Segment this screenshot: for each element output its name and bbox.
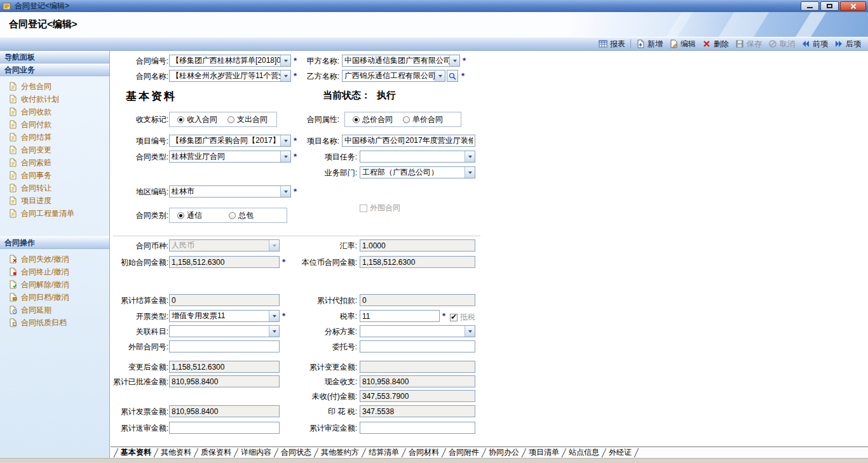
- edit-button[interactable]: 编辑: [666, 37, 699, 50]
- row-changed-amount: 变更后金额: 累计变更金额:: [111, 361, 868, 373]
- save-button: 保存: [732, 37, 765, 50]
- close-button[interactable]: [840, 1, 866, 11]
- sidebar-item-boq-list[interactable]: 合同工程量清单: [0, 207, 109, 220]
- minimize-button[interactable]: [801, 1, 819, 11]
- sidebar-item-contract-payment[interactable]: 合同付款: [0, 118, 109, 131]
- bid-plan-label: 分标方案:: [269, 325, 357, 338]
- party-a-combo[interactable]: 中国移动通信集团广西有限公司桂: [342, 55, 460, 67]
- header-decoration: [569, 12, 868, 37]
- sidebar-item-contract-archive[interactable]: 合同归档/撤消: [0, 291, 109, 304]
- sidebar-item-contract-settlement[interactable]: 合同结算: [0, 131, 109, 144]
- chevron-down-icon[interactable]: [435, 70, 445, 81]
- tab-project-list[interactable]: 项目清单: [524, 447, 564, 458]
- audit-amount-label: 累计审定金额:: [269, 422, 357, 434]
- current-status: 当前状态： 执行: [323, 90, 396, 102]
- row-dept: 业务部门: 工程部（广西总公司）: [111, 166, 868, 179]
- tab-collaboration[interactable]: 协同办公: [484, 447, 524, 458]
- document-clock-icon: [9, 305, 17, 314]
- income-contract-radio[interactable]: 收入合同: [177, 114, 217, 125]
- general-contract-radio[interactable]: 总包: [229, 210, 254, 221]
- row-type-task: 合同类型: 桂林营业厅合同 * 项目任务:: [111, 151, 868, 163]
- invoice-type-combo[interactable]: 增值专用发票11: [169, 310, 280, 322]
- tab-other-signers[interactable]: 其他签约方: [316, 447, 363, 458]
- sidebar-item-project-progress[interactable]: 项目进度: [0, 194, 109, 207]
- sidebar-item-contract-change[interactable]: 合同变更: [0, 144, 109, 156]
- chevron-down-icon[interactable]: [465, 167, 475, 178]
- sidebar-item-contract-affairs[interactable]: 合同事务: [0, 169, 109, 182]
- tab-warranty-info[interactable]: 质保资料: [196, 447, 236, 458]
- chevron-down-icon[interactable]: [280, 186, 290, 197]
- base-amount-label: 本位币合同金额:: [269, 256, 357, 269]
- previous-item-button[interactable]: 前项: [798, 37, 831, 50]
- sidebar-item-contract-delay[interactable]: 合同延期: [0, 304, 109, 316]
- document-cancel-icon: [9, 255, 17, 264]
- party-b-search-button[interactable]: [447, 70, 458, 82]
- delete-button[interactable]: 删除: [699, 37, 732, 50]
- tab-foreign-cert[interactable]: 外经证: [604, 447, 636, 458]
- tab-basic-info[interactable]: 基本资料: [116, 447, 156, 458]
- report-icon: [599, 39, 607, 48]
- related-subject-label: 关联科目:: [105, 325, 168, 338]
- chevron-down-icon[interactable]: [465, 151, 475, 162]
- row-inout-attr: 收支标记: 收入合同 支出合同 合同属性: 总价合同 单价合同: [111, 112, 868, 127]
- expense-contract-radio[interactable]: 支出合同: [227, 114, 268, 125]
- close-icon: [850, 3, 856, 9]
- change-sum-label: 累计变更金额:: [269, 361, 357, 373]
- bid-plan-combo[interactable]: [360, 325, 475, 337]
- app-icon: [3, 2, 11, 11]
- party-b-combo[interactable]: 广西锦乐通信工程有限公司: [342, 70, 445, 82]
- review-amount-input[interactable]: [169, 422, 280, 434]
- project-name-input[interactable]: [342, 135, 475, 147]
- row-external-entrust: 外部合同号: 委托号:: [111, 340, 868, 353]
- sidebar-item-contract-receipt[interactable]: 合同收款: [0, 105, 109, 118]
- tab-contract-status[interactable]: 合同状态: [276, 447, 316, 458]
- sidebar-item-contract-terminate[interactable]: 合同终止/撤消: [0, 265, 109, 278]
- row-contract-name: 合同名称: 【桂林全州永岁营业厅等11个营业厅装修 * 乙方名称: 广西锦乐通信…: [111, 70, 868, 83]
- inout-groupbox: 收入合同 支出合同: [169, 112, 277, 127]
- tab-contract-materials[interactable]: 合同材料: [404, 447, 444, 458]
- tax-rate-input[interactable]: [360, 310, 440, 322]
- chevron-down-icon[interactable]: [449, 55, 459, 66]
- attr-groupbox: 总价合同 单价合同: [344, 112, 461, 127]
- tax-deduct-checkbox[interactable]: [450, 314, 458, 321]
- add-button[interactable]: 新增: [633, 37, 666, 50]
- telecom-radio[interactable]: 通信: [177, 210, 202, 221]
- party-a-label: 甲方名称:: [269, 55, 339, 67]
- sidebar-item-contract-claim[interactable]: 合同索赔: [0, 156, 109, 169]
- sidebar: 导航面板 合同业务 分包合同 收付款计划 合同收款 合同付款 合同结算: [0, 51, 110, 458]
- tab-settlement-list[interactable]: 结算清单: [364, 447, 403, 458]
- report-button[interactable]: 报表: [595, 37, 628, 50]
- sidebar-item-payment-plan[interactable]: 收付款计划: [0, 93, 109, 105]
- entrust-no-input[interactable]: [360, 340, 475, 352]
- next-item-button[interactable]: 后项: [831, 37, 864, 50]
- row-region: 地区编码: 桂林市 *: [111, 185, 868, 198]
- sidebar-item-subcontract[interactable]: 分包合同: [0, 80, 109, 93]
- sidebar-item-contract-invalidate[interactable]: 合同失效/撤消: [0, 253, 109, 265]
- project-task-combo[interactable]: [360, 151, 475, 163]
- contract-class-label: 合同类别:: [105, 208, 168, 223]
- row-contract-no: 合同编号: 【移集团广西桂林结算单[2018]0614号】 * 甲方名称: 中国…: [111, 55, 868, 67]
- tab-contract-attachments[interactable]: 合同附件: [444, 447, 484, 458]
- required-marker: *: [461, 70, 465, 83]
- region-label: 地区编码:: [105, 185, 168, 198]
- audit-amount-input[interactable]: [360, 422, 475, 434]
- app-window: 合同登记<编辑> 合同登记<编辑> 报表 新增: [0, 0, 868, 463]
- dept-combo[interactable]: 工程部（广西总公司）: [360, 166, 475, 178]
- sidebar-item-paper-archive[interactable]: 合同纸质归档: [0, 316, 109, 329]
- external-no-input[interactable]: [169, 340, 280, 352]
- tab-site-info[interactable]: 站点信息: [564, 447, 604, 458]
- titlebar: 合同登记<编辑>: [0, 0, 868, 12]
- region-combo[interactable]: 桂林市: [169, 185, 291, 198]
- related-subject-combo[interactable]: [169, 325, 280, 337]
- unit-price-radio[interactable]: 单价合同: [403, 114, 443, 125]
- document-icon: [9, 196, 17, 205]
- contract-class-groupbox: 通信 总包: [169, 208, 287, 223]
- chevron-down-icon[interactable]: [465, 326, 475, 337]
- sidebar-item-contract-release[interactable]: 合同解除/撤消: [0, 278, 109, 291]
- total-price-radio[interactable]: 总价合同: [353, 114, 393, 125]
- sidebar-item-contract-transfer[interactable]: 合同转让: [0, 182, 109, 194]
- nav-panel-header: 导航面板: [0, 51, 109, 64]
- tab-other-info[interactable]: 其他资料: [156, 447, 196, 458]
- maximize-button[interactable]: [820, 1, 839, 11]
- tab-detail-content[interactable]: 详细内容: [236, 447, 276, 458]
